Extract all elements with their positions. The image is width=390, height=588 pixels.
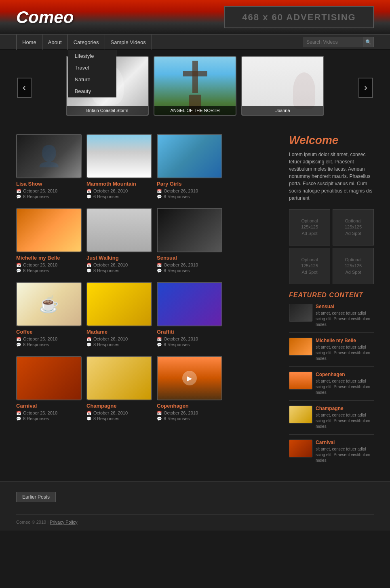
featured-desc-champagne: sit amet, consec tetuer adipi scing elit… xyxy=(316,412,374,429)
video-title-walking[interactable]: Just Walking xyxy=(86,255,152,261)
featured-name-carnival[interactable]: Carnival xyxy=(316,440,374,445)
video-row-1: Michelle my Belle 📅 October 26, 2010 💬 8… xyxy=(16,208,281,274)
video-responses-walking: 💬 8 Responses xyxy=(86,268,152,273)
video-responses-pary: 💬 8 Responses xyxy=(157,194,222,199)
dropdown-item-nature[interactable]: Nature xyxy=(68,74,116,85)
video-title-champagne[interactable]: Champagne xyxy=(86,403,152,409)
ad-spot-3[interactable]: Optional125x125Ad Spot xyxy=(333,248,374,284)
slide-caption-0: Britain Coastal Storm xyxy=(67,106,148,115)
video-item-walking: Just Walking 📅 October 26, 2010 💬 8 Resp… xyxy=(86,208,152,274)
video-thumb-carnival[interactable] xyxy=(16,356,82,400)
video-item-mammoth: Mammoth Mountain 📅 October 26, 2010 💬 6 … xyxy=(86,134,152,200)
featured-thumb-copenhagen[interactable] xyxy=(289,372,312,389)
comment-icon: 💬 xyxy=(16,269,21,273)
video-thumb-sensual[interactable] xyxy=(157,208,222,252)
video-thumb-lisa[interactable]: 👤 xyxy=(16,134,82,178)
featured-thumb-sensual[interactable] xyxy=(289,304,312,321)
logo[interactable]: Comeo xyxy=(16,8,74,27)
video-thumb-coffee[interactable]: ☕ xyxy=(16,282,82,326)
slider-next-button[interactable]: › xyxy=(358,78,373,98)
slider-prev-button[interactable]: ‹ xyxy=(17,78,32,98)
video-responses-carnival: 💬 8 Responses xyxy=(16,416,82,421)
video-responses-copenhagen: 💬 8 Responses xyxy=(157,416,222,421)
video-item-sensual: Sensual 📅 October 26, 2010 💬 8 Responses xyxy=(157,208,222,274)
video-item-michelle: Michelle my Belle 📅 October 26, 2010 💬 8… xyxy=(16,208,82,274)
featured-name-copenhagen[interactable]: Copenhagen xyxy=(316,372,374,377)
video-thumb-copenhagen[interactable]: ▶ xyxy=(157,356,222,400)
slide-caption-2: Joanna xyxy=(242,106,323,115)
slide-item-1[interactable]: ANGEL OF THE NORTH xyxy=(154,56,236,116)
video-item-carnival: Carnival 📅 October 26, 2010 💬 8 Response… xyxy=(16,356,82,422)
calendar-icon: 📅 xyxy=(157,263,162,267)
video-title-lisa[interactable]: Lisa Show xyxy=(16,181,82,187)
video-responses-champagne: 💬 8 Responses xyxy=(86,416,152,421)
video-title-coffee[interactable]: Coffee xyxy=(16,329,82,335)
ad-banner: 468 x 60 ADVERTISING xyxy=(224,6,374,28)
welcome-text: Lorem ipsum dolor sit amet, consec tetue… xyxy=(289,151,374,202)
video-item-madame: Madame 📅 October 26, 2010 💬 8 Responses xyxy=(86,282,152,348)
videos-grid: 👤 Lisa Show 📅 October 26, 2010 💬 8 Respo… xyxy=(16,134,281,473)
video-thumb-walking[interactable] xyxy=(86,208,152,252)
comment-icon: 💬 xyxy=(16,417,21,421)
search-button[interactable]: 🔍 xyxy=(363,37,374,47)
earlier-posts-button[interactable]: Earlier Posts xyxy=(16,492,56,502)
footer-bar: Earlier Posts Comeo © 2010 | Privacy Pol… xyxy=(0,481,390,531)
slide-item-2[interactable]: Joanna xyxy=(241,56,324,116)
featured-name-michelle[interactable]: Michelle my Belle xyxy=(316,338,374,343)
video-row-2: ☕ Coffee 📅 October 26, 2010 💬 8 Response… xyxy=(16,282,281,348)
video-responses-coffee: 💬 8 Responses xyxy=(16,342,82,347)
dropdown-item-travel[interactable]: Travel xyxy=(68,62,116,74)
calendar-icon: 📅 xyxy=(157,337,162,341)
video-date-lisa: 📅 October 26, 2010 xyxy=(16,188,82,193)
video-item-coffee: ☕ Coffee 📅 October 26, 2010 💬 8 Response… xyxy=(16,282,82,348)
featured-thumb-michelle[interactable] xyxy=(289,338,312,355)
nav-item-home[interactable]: Home xyxy=(16,34,42,50)
ad-spot-2[interactable]: Optional125x125Ad Spot xyxy=(289,248,330,284)
video-date-carnival: 📅 October 26, 2010 xyxy=(16,410,82,415)
video-thumb-madame[interactable] xyxy=(86,282,152,326)
video-title-mammoth[interactable]: Mammoth Mountain xyxy=(86,181,152,187)
nav-item-sample-videos[interactable]: Sample Videos xyxy=(105,34,152,50)
nav-menu: Home About Categories Lifestyle Travel N… xyxy=(16,34,152,50)
video-thumb-graffiti[interactable] xyxy=(157,282,222,326)
video-item-pary: Pary Girls 📅 October 26, 2010 💬 8 Respon… xyxy=(157,134,222,200)
calendar-icon: 📅 xyxy=(86,189,91,193)
navigation: Home About Categories Lifestyle Travel N… xyxy=(0,34,390,50)
featured-item-michelle: Michelle my Belle sit amet, consec tetue… xyxy=(289,338,374,367)
nav-item-about[interactable]: About xyxy=(42,34,68,50)
video-title-sensual[interactable]: Sensual xyxy=(157,255,222,261)
ad-spot-0[interactable]: Optional125x125Ad Spot xyxy=(289,209,330,245)
video-title-pary[interactable]: Pary Girls xyxy=(157,181,222,187)
video-responses-mammoth: 💬 6 Responses xyxy=(86,194,152,199)
ad-spots-grid: Optional125x125Ad Spot Optional125x125Ad… xyxy=(289,209,374,284)
ad-spot-1[interactable]: Optional125x125Ad Spot xyxy=(333,209,374,245)
video-title-carnival[interactable]: Carnival xyxy=(16,403,82,409)
featured-desc-carnival: sit amet, consec tetuer adipi scing elit… xyxy=(316,446,374,463)
featured-name-champagne[interactable]: Champagne xyxy=(316,406,374,411)
featured-title: FEATURED CONTENT xyxy=(289,292,374,299)
video-date-copenhagen: 📅 October 26, 2010 xyxy=(157,410,222,415)
calendar-icon: 📅 xyxy=(86,337,91,341)
video-thumb-mammoth[interactable] xyxy=(86,134,152,178)
video-thumb-pary[interactable] xyxy=(157,134,222,178)
featured-name-sensual[interactable]: Sensual xyxy=(316,304,374,309)
dropdown-item-beauty[interactable]: Beauty xyxy=(68,85,116,97)
nav-item-categories[interactable]: Categories Lifestyle Travel Nature Beaut… xyxy=(68,34,105,50)
main-content: 👤 Lisa Show 📅 October 26, 2010 💬 8 Respo… xyxy=(0,126,390,481)
video-title-copenhagen[interactable]: Copenhagen xyxy=(157,403,222,409)
video-title-michelle[interactable]: Michelle my Belle xyxy=(16,255,82,261)
privacy-policy-link[interactable]: Privacy Policy xyxy=(50,520,77,525)
video-title-madame[interactable]: Madame xyxy=(86,329,152,335)
search-input[interactable] xyxy=(303,37,363,47)
categories-dropdown: Lifestyle Travel Nature Beauty xyxy=(68,50,116,97)
video-thumb-champagne[interactable] xyxy=(86,356,152,400)
video-date-michelle: 📅 October 26, 2010 xyxy=(16,262,82,267)
video-thumb-michelle[interactable] xyxy=(16,208,82,252)
featured-thumb-carnival[interactable] xyxy=(289,440,312,457)
comment-icon: 💬 xyxy=(157,343,162,347)
featured-item-carnival: Carnival sit amet, consec tetuer adipi s… xyxy=(289,440,374,468)
video-date-walking: 📅 October 26, 2010 xyxy=(86,262,152,267)
video-title-graffiti[interactable]: Graffiti xyxy=(157,329,222,335)
featured-thumb-champagne[interactable] xyxy=(289,406,312,423)
dropdown-item-lifestyle[interactable]: Lifestyle xyxy=(68,50,116,62)
